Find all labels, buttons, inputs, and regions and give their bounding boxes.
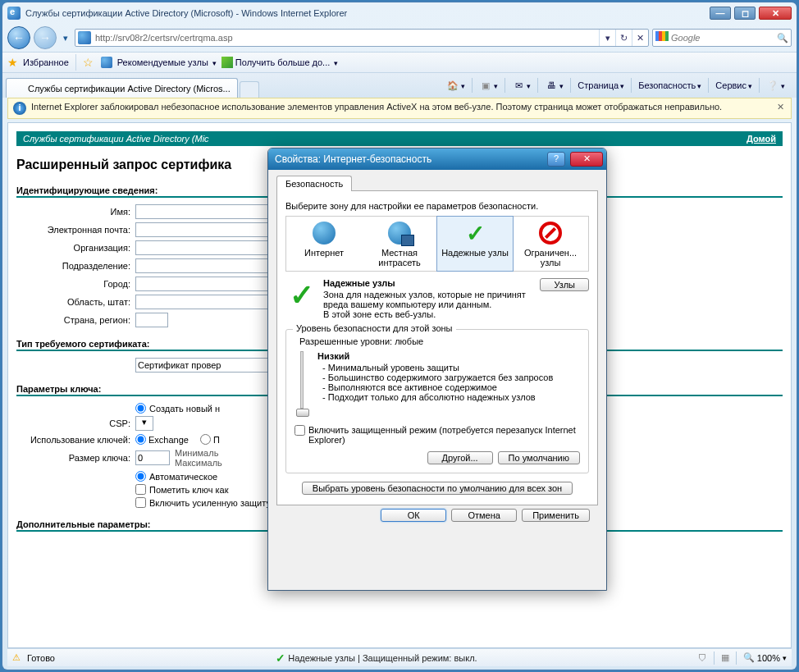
- zone-detail-icon: ✓: [285, 278, 318, 313]
- key-max-hint: Максималь: [175, 458, 222, 468]
- status-icon: ⚠: [12, 652, 21, 663]
- level-name: Низкий: [317, 351, 580, 361]
- label-name: Имя:: [16, 207, 135, 217]
- zone-restricted[interactable]: Ограничен... узлы: [513, 217, 588, 271]
- minimize-button[interactable]: —: [710, 7, 731, 20]
- get-more-addons[interactable]: Получить больше до...: [221, 57, 338, 68]
- refresh-button[interactable]: ↻: [615, 30, 632, 46]
- feeds-button[interactable]: ▣: [476, 77, 501, 94]
- nav-history-dropdown[interactable]: ▾: [60, 33, 71, 43]
- dialog-close-button[interactable]: ✕: [570, 152, 603, 167]
- favorites-label[interactable]: Избранное: [23, 57, 69, 67]
- close-button[interactable]: ✕: [759, 7, 792, 20]
- input-state[interactable]: [135, 295, 283, 309]
- print-button[interactable]: 🖶: [541, 77, 567, 94]
- chk-protected-mode[interactable]: [294, 425, 305, 436]
- search-button[interactable]: 🔍: [774, 33, 791, 43]
- ie-small-icon: [101, 57, 112, 68]
- security-slider[interactable]: [294, 351, 309, 417]
- addr-dropdown[interactable]: ▾: [599, 30, 615, 46]
- status-ready: Готово: [27, 653, 55, 663]
- dialog-tabs: Безопасность: [276, 175, 598, 191]
- home-link[interactable]: Домой: [746, 134, 776, 144]
- activex-warning-bar[interactable]: i Internet Explorer заблокировал небезоп…: [7, 98, 792, 119]
- tools-menu[interactable]: Сервис: [712, 79, 756, 92]
- status-bar: ⚠ Готово ✓ Надежные узлы | Защищенный ре…: [7, 648, 792, 666]
- level-item-0: - Минимальный уровень защиты: [322, 363, 580, 373]
- zone-intranet[interactable]: Местная интрасеть: [362, 217, 437, 271]
- custom-level-button[interactable]: Другой...: [427, 451, 493, 464]
- level-item-2: - Выполняются все активное содержимое: [322, 382, 580, 392]
- globe-icon: [313, 222, 336, 245]
- mail-icon: ✉: [512, 79, 525, 92]
- csp-select[interactable]: ▾: [135, 416, 153, 431]
- cert-header: Службы сертификации Active Directory (Mi…: [16, 131, 783, 146]
- protected-mode-icon[interactable]: ⛉: [698, 653, 707, 663]
- get-more-label: Получить больше до...: [235, 57, 330, 67]
- recommended-sites[interactable]: Рекомендуемые узлы: [98, 57, 217, 68]
- dialog-help-button[interactable]: ?: [547, 152, 565, 167]
- home-icon: 🏠: [446, 79, 459, 92]
- popup-blocker-icon[interactable]: ▦: [721, 652, 729, 663]
- ie-icon: [7, 7, 21, 20]
- google-icon: [655, 31, 669, 44]
- new-tab-button[interactable]: [240, 81, 259, 98]
- level-item-3: - Подходит только для абсолютно надежных…: [322, 392, 580, 402]
- tab-bar: Службы сертификации Active Directory (Mi…: [2, 73, 797, 98]
- input-name[interactable]: [135, 204, 283, 219]
- input-city[interactable]: [135, 277, 283, 291]
- tab-security[interactable]: Безопасность: [276, 176, 352, 191]
- radio-signature[interactable]: [200, 434, 211, 445]
- dialog-titlebar[interactable]: Свойства: Интернет-безопасность ? ✕: [268, 149, 606, 170]
- favorites-star-icon[interactable]: ★: [7, 56, 18, 69]
- input-email[interactable]: [135, 222, 283, 237]
- command-bar: 🏠 ▣ ✉ 🖶 Страница Безопасность Сервис ❔: [438, 73, 793, 98]
- security-menu[interactable]: Безопасность: [635, 79, 705, 92]
- dialog-title: Свойства: Интернет-безопасность: [275, 153, 542, 165]
- back-button[interactable]: ←: [7, 26, 30, 49]
- radio-auto-container[interactable]: [135, 471, 146, 482]
- zoom-icon: 🔍: [743, 652, 755, 663]
- radio-create-new-key[interactable]: [135, 403, 146, 414]
- zoom-control[interactable]: 🔍 100% ▾: [743, 652, 787, 663]
- stop-button[interactable]: ✕: [632, 30, 648, 46]
- cert-type-select[interactable]: [135, 358, 283, 373]
- input-country[interactable]: [135, 313, 168, 327]
- titlebar: Службы сертификации Active Directory (Mi…: [2, 2, 797, 24]
- label-state: Область, штат:: [16, 297, 135, 307]
- sites-button[interactable]: Узлы: [540, 278, 589, 291]
- maximize-button[interactable]: ◻: [734, 7, 756, 20]
- browser-tab[interactable]: Службы сертификации Active Directory (Mi…: [6, 78, 238, 98]
- radio-exchange[interactable]: [135, 434, 146, 445]
- zone-trusted[interactable]: ✓ Надежные узлы: [436, 216, 514, 272]
- chk-mark-exportable[interactable]: [135, 484, 146, 495]
- zone-detail-title: Надежные узлы: [323, 278, 535, 288]
- reset-all-zones-button[interactable]: Выбрать уровень безопасности по умолчани…: [302, 482, 573, 495]
- address-bar[interactable]: http://srv08r2/certsrv/certrqma.asp ▾ ↻ …: [75, 29, 649, 47]
- default-level-button[interactable]: По умолчанию: [498, 451, 580, 464]
- ok-button[interactable]: ОК: [381, 509, 446, 522]
- mail-button[interactable]: ✉: [509, 77, 534, 94]
- help-button[interactable]: ❔: [763, 77, 788, 94]
- search-box[interactable]: Google 🔍: [652, 29, 792, 47]
- label-p: П: [213, 435, 220, 445]
- input-unit[interactable]: [135, 258, 283, 273]
- zone-internet[interactable]: Интернет: [286, 217, 362, 271]
- chk-strong-protection[interactable]: [135, 497, 146, 508]
- page-menu[interactable]: Страница: [574, 79, 628, 92]
- warning-close-button[interactable]: ✕: [774, 102, 786, 113]
- fav-add-icon[interactable]: ☆: [83, 56, 94, 69]
- zone-icon: ✓: [276, 651, 285, 665]
- print-icon: 🖶: [545, 79, 558, 92]
- label-country: Страна, регион:: [16, 315, 135, 325]
- status-zone[interactable]: Надежные узлы | Защищенный режим: выкл.: [288, 653, 477, 663]
- cert-header-title: Службы сертификации Active Directory (Mi…: [23, 134, 746, 144]
- url-text[interactable]: http://srv08r2/certsrv/certrqma.asp: [94, 33, 599, 43]
- input-key-size[interactable]: [135, 450, 170, 465]
- apply-button[interactable]: Применить: [522, 509, 590, 522]
- page-icon: [78, 31, 91, 44]
- home-button[interactable]: 🏠: [443, 77, 468, 94]
- cancel-button[interactable]: Отмена: [451, 509, 517, 522]
- input-org[interactable]: [135, 240, 283, 255]
- forward-button[interactable]: →: [34, 26, 57, 49]
